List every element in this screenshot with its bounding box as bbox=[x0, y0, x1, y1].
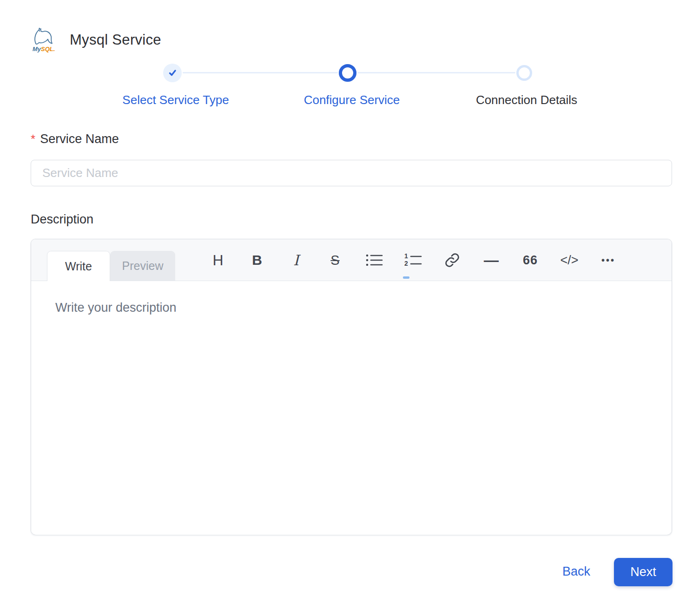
step-upcoming-circle bbox=[516, 65, 532, 81]
service-name-label: *Service Name bbox=[31, 132, 119, 146]
formatting-toolbar: H B I S 1 2 bbox=[209, 249, 618, 271]
quote-icon[interactable]: 66 bbox=[521, 249, 540, 271]
logo-text-sql: SQL. bbox=[41, 46, 55, 52]
logo-text-my: My bbox=[33, 46, 41, 52]
service-name-label-text: Service Name bbox=[40, 132, 119, 146]
tab-preview[interactable]: Preview bbox=[110, 251, 175, 281]
mysql-logo-icon: MySQL. bbox=[28, 25, 58, 55]
page-title: Mysql Service bbox=[70, 32, 161, 48]
step-label-select-service-type: Select Service Type bbox=[122, 93, 229, 107]
service-name-input[interactable] bbox=[31, 160, 672, 186]
bulleted-list-icon[interactable] bbox=[365, 249, 383, 271]
stepper-connector-2 bbox=[357, 72, 515, 73]
description-textarea[interactable] bbox=[31, 281, 672, 535]
svg-text:MySQL.: MySQL. bbox=[33, 46, 55, 52]
code-icon[interactable]: </> bbox=[560, 249, 579, 271]
svg-text:1: 1 bbox=[404, 253, 408, 260]
horizontal-rule-icon[interactable]: — bbox=[482, 249, 501, 271]
bold-icon[interactable]: B bbox=[248, 249, 266, 271]
step-completed-circle bbox=[163, 64, 182, 82]
brand-header: MySQL. Mysql Service bbox=[28, 25, 161, 55]
italic-icon[interactable]: I bbox=[287, 249, 305, 271]
next-button[interactable]: Next bbox=[614, 558, 673, 586]
check-icon bbox=[167, 68, 178, 78]
more-icon[interactable]: ••• bbox=[599, 249, 618, 271]
tab-write[interactable]: Write bbox=[47, 251, 110, 281]
step-label-configure-service: Configure Service bbox=[304, 93, 400, 107]
stepper-connector-1 bbox=[183, 72, 338, 73]
link-icon[interactable] bbox=[443, 249, 462, 271]
description-editor: Write Preview H B I S 1 bbox=[31, 239, 672, 535]
editor-tabs: Write Preview bbox=[47, 251, 175, 281]
svg-text:2: 2 bbox=[404, 260, 408, 267]
clipped-tooltip-artifact bbox=[403, 276, 409, 279]
numbered-list-icon[interactable]: 1 2 bbox=[404, 249, 422, 271]
required-asterisk: * bbox=[31, 132, 35, 146]
step-label-connection-details: Connection Details bbox=[476, 93, 577, 107]
strikethrough-icon[interactable]: S bbox=[326, 249, 344, 271]
step-active-circle bbox=[339, 64, 356, 82]
editor-toolbar-bar: Write Preview H B I S 1 bbox=[31, 239, 672, 281]
description-label: Description bbox=[31, 212, 93, 227]
back-button[interactable]: Back bbox=[554, 564, 599, 579]
mysql-service-wizard: MySQL. Mysql Service Select Service Type… bbox=[0, 0, 699, 616]
heading-icon[interactable]: H bbox=[209, 249, 227, 271]
editor-write-area bbox=[31, 281, 672, 535]
wizard-stepper: Select Service Type Configure Service Co… bbox=[0, 64, 699, 115]
